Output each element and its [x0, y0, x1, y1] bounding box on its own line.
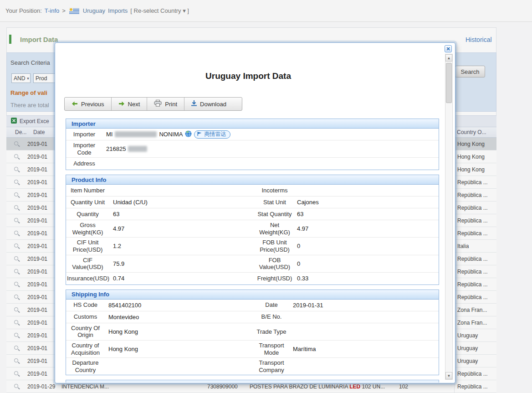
description-section-header: Description [66, 380, 439, 383]
importer-code-row: Importer Code 216825 [66, 140, 439, 158]
download-button[interactable]: Download [184, 98, 242, 110]
product-row: Gross Weight(KG)4.97Net Weight(KG)4.97 [66, 220, 439, 238]
redacted-importer-name [115, 131, 157, 137]
product-row: CIF Value(USD)75.9FOB Value(USD)0 [66, 255, 439, 273]
business-radar-badge[interactable]: 商情雷达 [194, 130, 230, 139]
shipping-row: HS Code8541402100Date2019-01-31 [66, 300, 439, 311]
shipping-row: Country Of OriginHong KongTrade Type [66, 323, 439, 341]
page: Your Position: T-info > Uruguay Imports … [0, 0, 532, 393]
address-row: Address [66, 158, 439, 170]
scroll-up-icon[interactable]: ▲ [445, 54, 452, 62]
importer-code-visible: 216825 [106, 145, 126, 152]
product-row: Quantity63Stat Quantity63 [66, 208, 439, 220]
scroll-down-icon[interactable]: ▼ [445, 372, 452, 379]
download-icon [191, 100, 197, 108]
close-icon[interactable]: ✕ [445, 45, 452, 52]
print-button[interactable]: Print [147, 98, 184, 110]
radar-flag-icon [197, 131, 202, 138]
arrow-right-icon [118, 101, 125, 108]
scrollbar-thumb[interactable] [446, 63, 452, 103]
shipping-info-section: Shipping Info HS Code8541402100Date2019-… [66, 290, 439, 376]
shipping-row: Country of AcquisitionHong KongTransport… [66, 341, 439, 358]
import-detail-modal: ✕ Uruguay Import Data Previous Next Prin… [55, 42, 455, 383]
shipping-row: CustomsMontevideoB/E No. [66, 311, 439, 323]
product-row: Insurance(USD)0.74Freight(USD)0.33 [66, 273, 439, 284]
product-row: Quantity UnitUnidad (C/U)Stat UnitCajone… [66, 196, 439, 208]
product-row: CIF Unit Price(USD)1.2FOB Unit Price(USD… [66, 238, 439, 255]
arrow-left-icon [72, 101, 78, 108]
importer-section-header: Importer [66, 119, 439, 129]
modal-title: Uruguay Import Data [55, 71, 441, 81]
importer-section: Importer Importer MI NONIMA 商情雷达 [66, 119, 439, 170]
modal-body: Importer Importer MI NONIMA 商情雷达 [66, 116, 439, 383]
shipping-info-section-header: Shipping Info [66, 290, 439, 300]
modal-scrollbar[interactable]: ▲ ▼ [445, 54, 453, 380]
modal-toolbar: Previous Next Print Download [64, 97, 242, 111]
description-section: Description HS Code Description [66, 380, 439, 383]
printer-icon [154, 100, 162, 108]
importer-name-suffix: NONIMA [159, 131, 183, 138]
importer-row: Importer MI NONIMA 商情雷达 [66, 129, 439, 140]
globe-icon[interactable] [185, 130, 192, 139]
shipping-row: Departure CountryTransport Company [66, 358, 439, 375]
product-row: Item NumberIncoterms [66, 185, 439, 196]
redacted-importer-code [128, 146, 147, 152]
previous-button[interactable]: Previous [65, 98, 112, 110]
product-info-section: Product Info Item NumberIncoterms Quanti… [66, 175, 439, 285]
importer-name-visible: MI [106, 131, 113, 138]
product-info-section-header: Product Info [66, 175, 439, 185]
next-button[interactable]: Next [112, 98, 148, 110]
